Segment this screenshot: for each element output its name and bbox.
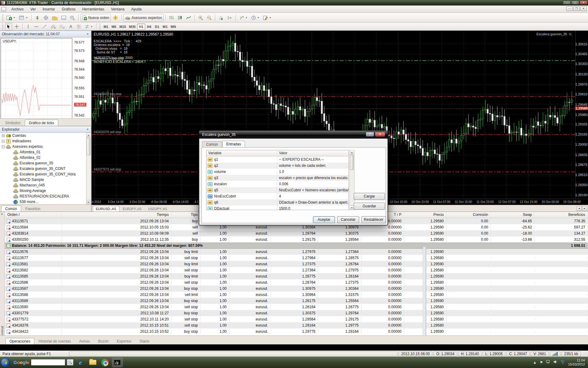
timeframe-button[interactable]: D1 (153, 24, 161, 30)
candlestick-chart-button[interactable] (176, 14, 184, 21)
pending-order-row[interactable]: 43416376 2012.10.15 10:51sell stop 1.00e… (5, 322, 588, 328)
navigator-tab[interactable]: Común (1, 205, 21, 212)
parameter-value[interactable]: -- EXPERTO ESCALERA -- (277, 157, 349, 162)
reset-button[interactable]: Restablecer (361, 216, 386, 223)
maximize-button[interactable]: ▢ (571, 1, 579, 5)
parameter-row[interactable]: q3 escalon = precio que diferencia los e… (206, 175, 349, 181)
navigator-tab[interactable]: Favoritos (21, 205, 44, 212)
accept-button[interactable]: Aceptar (313, 216, 335, 223)
orders-column-header[interactable]: Tipo (172, 212, 201, 218)
chart-restore-button[interactable]: ❐ (573, 6, 580, 11)
parameter-value[interactable]: escalon = precio que diferencia los esca… (277, 176, 349, 180)
tree-expander-icon[interactable] (2, 145, 5, 148)
toolbar-grip[interactable] (2, 14, 3, 21)
zoom-in-button[interactable] (197, 14, 205, 21)
pending-order-row[interactable]: 43377572 2012.10.11 14:20sell stop 1.00e… (5, 316, 588, 322)
pending-order-row[interactable]: 43113577 2012.09.26 13:04sell stop 1.00e… (5, 255, 588, 261)
fibonacci-tool[interactable]: F (58, 23, 66, 30)
crosshair-tool[interactable] (13, 23, 21, 30)
chart-minimize-button[interactable]: — (566, 6, 573, 11)
parameter-value[interactable]: DDactual = Draw-Down anterior a la apert… (277, 200, 349, 205)
terminal-tab[interactable]: Expertos (113, 338, 135, 344)
trendline-tool[interactable] (41, 23, 48, 30)
parameter-row[interactable]: q2 volume = lots de cada orden. (206, 163, 349, 169)
pending-order-row[interactable]: 43113586 2012.09.26 13:04sell stop 1.00e… (5, 279, 588, 286)
parameter-value[interactable]: 0.006 (277, 182, 349, 186)
market-watch-button[interactable] (33, 14, 41, 21)
terminal-scrollbar[interactable] (423, 247, 426, 336)
dialog-tab[interactable]: Entradas (222, 141, 245, 148)
parameter-value[interactable]: 1500.0 (277, 206, 349, 210)
cursor-tool[interactable] (5, 23, 12, 30)
pending-order-row[interactable]: 43113590 2012.09.26 13:04sell stop 1.00e… (5, 304, 588, 310)
dropbox-icon[interactable] (561, 360, 565, 365)
timeframe-button[interactable]: H1 (137, 24, 145, 30)
navigator-tree-item[interactable]: MACD Sample (0, 177, 86, 182)
taskbar-clock[interactable]: 11:04 15/10/2012 (568, 358, 585, 366)
tick-chart[interactable]: USDJPY. (1, 38, 72, 119)
pending-order-row[interactable]: 43301779 2012.10.08 11:27buy stop 1.00eu… (5, 310, 588, 316)
start-button[interactable] (1, 358, 10, 367)
text-tool[interactable]: A (67, 23, 74, 30)
equidistant-channel-tool[interactable]: E (49, 23, 57, 30)
menu-item[interactable]: Ver (27, 6, 39, 13)
text-label-tool[interactable]: T (75, 23, 83, 30)
parameter-value[interactable]: NroEscCubrir = Número escalones (arriba/… (277, 188, 349, 192)
timeframe-button[interactable]: W1 (161, 24, 169, 30)
navigator-tree-item[interactable]: Moving Average (0, 188, 86, 194)
expert-advisors-button[interactable]: Asesores expertos (123, 14, 164, 22)
pending-order-row[interactable]: 43113576 2012.09.26 13:04buy limit 1.00e… (5, 249, 588, 255)
navigator-tree-item[interactable]: Escalera guevon_35_CONT_Hora (0, 171, 86, 177)
chart-tab-scroll-left[interactable]: ◄ (577, 206, 582, 211)
data-window-button[interactable] (42, 14, 50, 21)
show-hidden-icons[interactable]: ▲ (533, 360, 537, 365)
dialog-title-bar[interactable]: Escalera guevon_35 ? ✕ (199, 131, 388, 139)
market-watch-tab[interactable]: Gráfico de ticks (25, 120, 58, 126)
market-watch-tab[interactable]: Símbolos (1, 120, 24, 126)
chart-tab[interactable]: USDJPY.,H1 (145, 206, 170, 212)
warning-icon[interactable]: ! (111, 14, 119, 21)
google-search-input[interactable] (31, 359, 65, 366)
close-icon[interactable]: ✕ (85, 32, 90, 36)
parameter-row[interactable]: q1 -- EXPERTO ESCALERA -- (206, 156, 349, 163)
order-row[interactable]: 43283814 2012.10.08 08:09sell 1.00eurusd… (5, 230, 588, 236)
tree-expander-icon[interactable] (2, 134, 5, 137)
navigator-tree-item[interactable]: Cuentas (0, 133, 86, 138)
periods-button[interactable]: ▼ (250, 14, 261, 21)
parameter-value[interactable]: volume = lots de cada orden. (277, 163, 349, 168)
horizontal-line-tool[interactable] (32, 23, 40, 30)
toolbar-grip[interactable] (99, 23, 100, 30)
indicators-button[interactable]: ƒ▼ (238, 14, 249, 21)
chart-shift-button[interactable] (226, 14, 234, 21)
chart-close-button[interactable]: ✕ (580, 6, 587, 11)
internet-explorer-icon[interactable]: e (75, 358, 86, 367)
resize-grip[interactable] (583, 351, 588, 356)
save-button[interactable]: Guardar (354, 203, 385, 210)
navigator-tree-item[interactable]: Escalera guevon_35_CONT (0, 166, 86, 171)
dialog-tab[interactable]: Común (202, 141, 222, 148)
pending-order-row[interactable]: 43113588 2012.09.26 13:04sell limit 1.00… (5, 292, 588, 298)
new-order-button[interactable]: Nueva orden (81, 14, 111, 22)
navigator-scrollbar[interactable]: ▲ ▼ (86, 133, 91, 205)
terminal-tab[interactable]: Avisos (75, 338, 94, 344)
chart-tab[interactable]: EURJPY.,H1 (120, 206, 145, 212)
action-center-flag-icon[interactable]: ⚑ (540, 360, 543, 365)
toolbar-grip[interactable] (2, 23, 3, 30)
parameter-row[interactable]: q6 DDactual = Draw-Down anterior a la ap… (206, 199, 349, 205)
dialog-help-button[interactable]: ? (366, 132, 374, 137)
zoom-out-button[interactable] (205, 14, 213, 21)
parameters-scrollbar[interactable]: ▲ ▼ (349, 150, 355, 210)
orders-column-header[interactable]: Tiempo (62, 212, 172, 218)
close-icon[interactable]: ✕ (85, 127, 90, 132)
chart-tab[interactable]: EURUSD.,H1 (93, 206, 119, 212)
navigator-tree-item[interactable]: Alfombra_02 (0, 155, 86, 160)
line-chart-button[interactable] (185, 14, 193, 21)
timeframe-button[interactable]: M5 (110, 24, 118, 30)
tree-expander-icon[interactable] (2, 140, 5, 143)
orders-column-header[interactable]: Beneficios (535, 212, 588, 218)
close-button[interactable]: ✕ (579, 1, 587, 5)
terminal-close-button[interactable]: ✕ (1, 213, 3, 216)
network-icon[interactable] (546, 360, 550, 365)
pending-order-row[interactable]: 43113587 2012.09.26 13:04buy stop 1.00eu… (5, 286, 588, 292)
pending-order-row[interactable]: 43113581 2012.09.26 13:04buy limit 1.00e… (5, 261, 588, 267)
